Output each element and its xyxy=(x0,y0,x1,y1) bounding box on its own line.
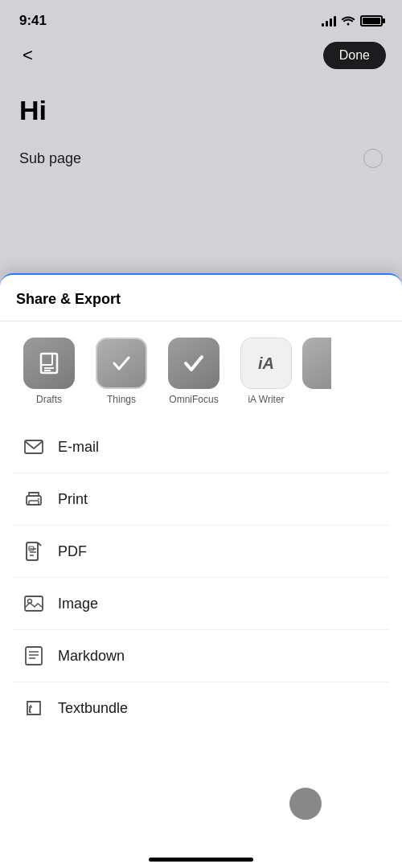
wifi-icon xyxy=(341,14,355,28)
app-item-more[interactable] xyxy=(302,338,331,405)
svg-rect-1 xyxy=(41,354,52,365)
print-icon xyxy=(23,488,45,510)
svg-point-7 xyxy=(38,498,39,500)
menu-item-pdf[interactable]: PDF xyxy=(13,526,389,578)
app-label-things: Things xyxy=(107,394,136,405)
app-item-iawriter[interactable]: iA iA Writer xyxy=(230,338,302,405)
apps-row: Drafts Things OmniFocus iA xyxy=(0,321,402,421)
print-label: Print xyxy=(58,491,88,508)
textbundle-label: Textbundle xyxy=(58,700,128,717)
textbundle-icon: t xyxy=(23,697,45,719)
sub-page-label: Sub page xyxy=(19,150,81,167)
iawriter-logo: iA xyxy=(258,354,274,373)
status-bar: 9:41 xyxy=(0,0,402,35)
app-label-drafts: Drafts xyxy=(36,394,62,405)
app-icon-iawriter: iA xyxy=(240,338,292,389)
markdown-icon xyxy=(23,645,45,667)
signal-icon xyxy=(322,15,336,27)
menu-item-markdown[interactable]: Markdown xyxy=(13,630,389,682)
share-export-sheet: Share & Export Drafts Things xyxy=(0,273,402,868)
page-title: Hi xyxy=(19,95,383,126)
app-item-drafts[interactable]: Drafts xyxy=(13,338,85,405)
app-icon-omnifocus xyxy=(168,338,219,389)
menu-item-image[interactable]: Image xyxy=(13,578,389,630)
page-area: Hi Sub page xyxy=(0,79,402,184)
svg-rect-14 xyxy=(25,596,43,611)
app-icon-more xyxy=(302,338,331,389)
svg-rect-4 xyxy=(25,440,43,453)
app-icon-things xyxy=(96,338,147,389)
image-label: Image xyxy=(58,596,98,612)
app-item-omnifocus[interactable]: OmniFocus xyxy=(158,338,230,405)
svg-rect-9 xyxy=(27,542,38,560)
app-item-things[interactable]: Things xyxy=(85,338,158,405)
pdf-label: PDF xyxy=(58,543,87,560)
svg-rect-16 xyxy=(26,647,42,665)
sheet-header: Share & Export xyxy=(0,275,402,321)
email-label: E-mail xyxy=(58,439,99,456)
sheet-title: Share & Export xyxy=(16,291,121,307)
menu-item-print[interactable]: Print xyxy=(13,473,389,526)
home-indicator xyxy=(149,858,253,862)
email-icon xyxy=(23,436,45,458)
battery-icon xyxy=(360,15,383,27)
svg-text:t: t xyxy=(28,702,33,715)
sub-page-toggle[interactable] xyxy=(363,149,383,168)
status-icons xyxy=(322,14,383,28)
app-icon-drafts xyxy=(23,338,75,389)
menu-item-textbundle[interactable]: t Textbundle xyxy=(13,682,389,734)
menu-list: E-mail Print xyxy=(0,421,402,734)
svg-rect-8 xyxy=(27,542,38,560)
svg-rect-6 xyxy=(29,501,39,505)
image-icon xyxy=(23,592,45,615)
markdown-label: Markdown xyxy=(58,648,125,665)
sub-page-row: Sub page xyxy=(19,142,383,174)
status-time: 9:41 xyxy=(19,13,47,29)
nav-bar: < Done xyxy=(0,35,402,79)
pdf-icon xyxy=(23,540,45,563)
back-button[interactable]: < xyxy=(16,42,39,69)
done-button[interactable]: Done xyxy=(323,42,386,69)
drag-indicator[interactable] xyxy=(289,788,322,820)
app-label-omnifocus: OmniFocus xyxy=(169,394,218,405)
app-label-iawriter: iA Writer xyxy=(248,394,284,405)
menu-item-email[interactable]: E-mail xyxy=(13,421,389,473)
